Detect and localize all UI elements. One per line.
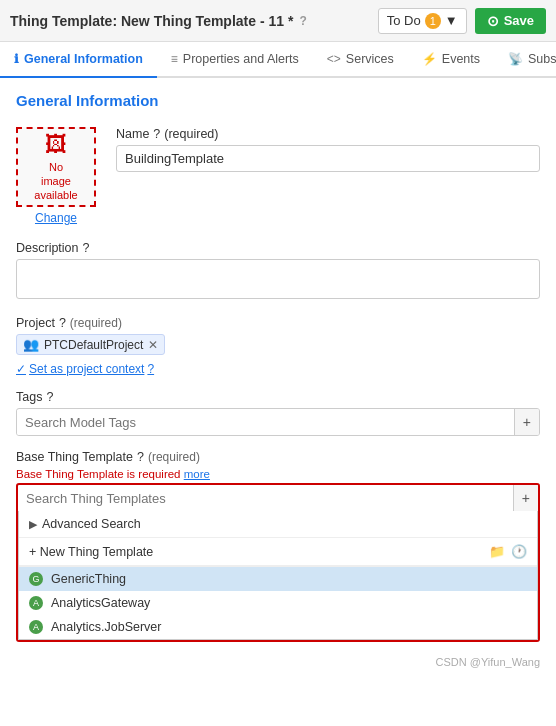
tab-subscriptions[interactable]: 📡 Subscri... xyxy=(494,42,556,78)
folder-icon[interactable]: 📁 xyxy=(489,544,505,559)
image-name-row: 🖼 Noimageavailable Change Name ? (requir… xyxy=(16,127,540,225)
advanced-search-row[interactable]: ▶ Advanced Search xyxy=(19,511,537,538)
todo-badge: 1 xyxy=(425,13,441,29)
tags-label-text: Tags xyxy=(16,390,42,404)
project-tag: 👥 PTCDefaultProject ✕ xyxy=(16,334,165,355)
tab-events[interactable]: ⚡ Events xyxy=(408,42,494,78)
base-thing-help-icon[interactable]: ? xyxy=(137,450,144,464)
tab-general-information[interactable]: ℹ General Information xyxy=(0,42,157,78)
no-image-text: Noimageavailable xyxy=(34,160,77,203)
image-placeholder: 🖼 Noimageavailable xyxy=(16,127,96,207)
new-item-label: + New Thing Template xyxy=(29,545,153,559)
set-context-help-icon[interactable]: ? xyxy=(147,362,154,376)
template-list: G GenericThing A AnalyticsGateway A Anal… xyxy=(19,566,537,639)
base-thing-search-input[interactable] xyxy=(18,486,513,511)
advanced-search-label: Advanced Search xyxy=(42,517,141,531)
description-input[interactable] xyxy=(16,259,540,299)
title-help-icon[interactable]: ? xyxy=(299,14,306,28)
remove-project-tag-icon[interactable]: ✕ xyxy=(148,338,158,352)
save-icon: ⊙ xyxy=(487,13,499,29)
tab-events-label: Events xyxy=(442,52,480,66)
item-dot-icon: A xyxy=(29,620,43,634)
base-thing-input-row: + xyxy=(18,485,538,511)
code-icon: <> xyxy=(327,52,341,66)
name-label: Name ? (required) xyxy=(116,127,540,141)
main-content: General Information 🖼 Noimageavailable C… xyxy=(0,78,556,682)
tags-search-input[interactable] xyxy=(17,410,514,435)
base-thing-required: (required) xyxy=(148,450,200,464)
tags-label: Tags ? xyxy=(16,390,540,404)
item-label: AnalyticsGateway xyxy=(51,596,150,610)
base-thing-dropdown: ▶ Advanced Search + New Thing Template 📁… xyxy=(18,511,538,640)
change-image-link[interactable]: Change xyxy=(35,211,77,225)
list-item[interactable]: G GenericThing xyxy=(19,567,537,591)
project-tag-icon: 👥 xyxy=(23,337,39,352)
base-thing-error: Base Thing Template is required more xyxy=(16,468,540,480)
info-icon: ℹ xyxy=(14,52,19,66)
tab-properties-label: Properties and Alerts xyxy=(183,52,299,66)
base-thing-add-button[interactable]: + xyxy=(513,485,538,511)
page-title: Thing Template: New Thing Template - 11 … xyxy=(10,13,307,29)
list-icon: ≡ xyxy=(171,52,178,66)
base-thing-error-link[interactable]: more xyxy=(184,468,210,480)
set-context-link[interactable]: ✓ Set as project context ? xyxy=(16,362,540,376)
base-thing-search-container: + ▶ Advanced Search + New Thing Template… xyxy=(16,483,540,642)
tab-bar: ℹ General Information ≡ Properties and A… xyxy=(0,42,556,78)
tags-help-icon[interactable]: ? xyxy=(46,390,53,404)
new-item-icons: 📁 🕐 xyxy=(489,544,527,559)
save-button[interactable]: ⊙ Save xyxy=(475,8,546,34)
base-thing-label-text: Base Thing Template xyxy=(16,450,133,464)
save-label: Save xyxy=(504,13,534,28)
list-item[interactable]: A AnalyticsGateway xyxy=(19,591,537,615)
name-label-text: Name xyxy=(116,127,149,141)
tags-field: Tags ? + xyxy=(16,390,540,436)
project-tag-container: 👥 PTCDefaultProject ✕ xyxy=(16,334,540,359)
title-text: Thing Template: New Thing Template - 11 … xyxy=(10,13,293,29)
todo-button[interactable]: To Do 1 ▼ xyxy=(378,8,467,34)
set-context-label: Set as project context xyxy=(29,362,144,376)
tab-general-label: General Information xyxy=(24,52,143,66)
base-thing-error-text: Base Thing Template is required xyxy=(16,468,181,480)
tab-properties-and-alerts[interactable]: ≡ Properties and Alerts xyxy=(157,42,313,78)
arrow-right-icon: ▶ xyxy=(29,518,37,531)
page-header: Thing Template: New Thing Template - 11 … xyxy=(0,0,556,42)
item-dot-icon: A xyxy=(29,596,43,610)
name-help-icon[interactable]: ? xyxy=(153,127,160,141)
project-required: (required) xyxy=(70,316,122,330)
description-label-text: Description xyxy=(16,241,79,255)
tags-search-container: + xyxy=(16,408,540,436)
item-label: Analytics.JobServer xyxy=(51,620,161,634)
project-help-icon[interactable]: ? xyxy=(59,316,66,330)
base-thing-template-field: Base Thing Template ? (required) Base Th… xyxy=(16,450,540,642)
description-field: Description ? xyxy=(16,241,540,302)
lightning-icon: ⚡ xyxy=(422,52,437,66)
project-tag-label: PTCDefaultProject xyxy=(44,338,143,352)
chevron-down-icon: ▼ xyxy=(445,13,458,28)
watermark: CSDN @Yifun_Wang xyxy=(16,656,540,668)
list-item[interactable]: A Analytics.JobServer xyxy=(19,615,537,639)
item-dot-icon: G xyxy=(29,572,43,586)
header-actions: To Do 1 ▼ ⊙ Save xyxy=(378,8,546,34)
name-required: (required) xyxy=(164,127,218,141)
tab-services-label: Services xyxy=(346,52,394,66)
description-help-icon[interactable]: ? xyxy=(83,241,90,255)
name-input[interactable] xyxy=(116,145,540,172)
clock-icon[interactable]: 🕐 xyxy=(511,544,527,559)
description-label: Description ? xyxy=(16,241,540,255)
section-title: General Information xyxy=(16,92,540,109)
tab-services[interactable]: <> Services xyxy=(313,42,408,78)
antenna-icon: 📡 xyxy=(508,52,523,66)
no-image-icon: 🖼 xyxy=(45,132,67,158)
project-field: Project ? (required) 👥 PTCDefaultProject… xyxy=(16,316,540,376)
name-field-container: Name ? (required) xyxy=(116,127,540,172)
project-label: Project ? (required) xyxy=(16,316,540,330)
base-thing-label: Base Thing Template ? (required) xyxy=(16,450,540,464)
todo-label: To Do xyxy=(387,13,421,28)
check-icon: ✓ xyxy=(16,362,26,376)
new-thing-template-row[interactable]: + New Thing Template 📁 🕐 xyxy=(19,538,537,566)
item-label: GenericThing xyxy=(51,572,126,586)
project-label-text: Project xyxy=(16,316,55,330)
tags-add-button[interactable]: + xyxy=(514,409,539,435)
tab-subscriptions-label: Subscri... xyxy=(528,52,556,66)
